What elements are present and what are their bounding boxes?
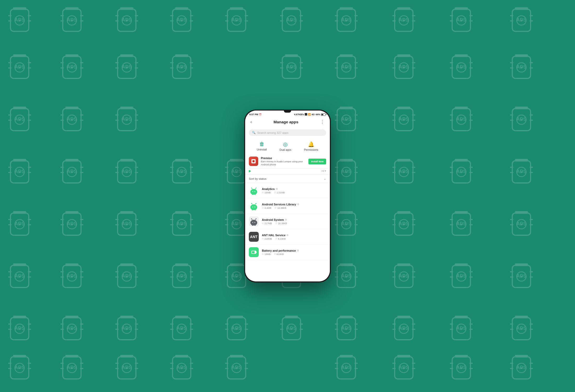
app-size-4: ⊙ 18MB — [262, 253, 271, 256]
svg-text:ADS: ADS — [341, 365, 351, 370]
app-info-3: ANT HAL Service ⚙ ⊙ 218MB ⏱ 8.19KB — [262, 234, 326, 240]
app-icon-4 — [249, 247, 259, 257]
svg-text:ADS: ADS — [516, 326, 526, 331]
svg-point-443 — [181, 276, 182, 277]
svg-rect-381 — [340, 211, 353, 214]
storage-icon-3: ⊙ — [262, 238, 264, 240]
svg-point-505 — [15, 324, 24, 333]
svg-point-506 — [19, 328, 20, 330]
sort-label: Sort by status — [249, 177, 266, 180]
svg-rect-36 — [227, 9, 246, 31]
svg-rect-715 — [255, 224, 256, 226]
svg-point-47 — [291, 20, 292, 21]
dual-apps-action[interactable]: ◎ Dual apps — [279, 141, 291, 151]
svg-point-424 — [67, 272, 77, 281]
svg-point-245 — [71, 171, 73, 173]
svg-rect-102 — [65, 54, 78, 57]
svg-rect-63 — [395, 9, 413, 31]
svg-point-28 — [177, 16, 186, 25]
svg-point-406 — [517, 220, 526, 229]
more-menu-button[interactable]: ⋮ — [318, 118, 326, 125]
settings-icon-3: ⚙ — [286, 234, 289, 237]
svg-point-658 — [457, 363, 466, 373]
svg-point-379 — [342, 220, 351, 229]
svg-point-532 — [177, 324, 186, 333]
svg-text:ADS: ADS — [516, 17, 526, 22]
back-button[interactable]: ‹ — [249, 119, 254, 125]
svg-rect-0 — [10, 9, 29, 31]
svg-rect-516 — [65, 316, 78, 318]
app-name-0: Analytics — [262, 187, 275, 191]
svg-rect-633 — [230, 355, 243, 358]
svg-point-451 — [232, 272, 241, 281]
app-info-1: Android Services Library ⚙ ⊙ 4.4MB ⏱ 16.… — [262, 203, 326, 209]
svg-rect-489 — [455, 263, 468, 266]
app-info-2: Android System ⚙ ⊙ 217MB ⏱ 16.38KB — [262, 218, 326, 225]
svg-point-262 — [177, 167, 186, 177]
list-item[interactable]: Android Services Library ⚙ ⊙ 4.4MB ⏱ 16.… — [245, 198, 330, 214]
svg-point-667 — [517, 363, 526, 373]
svg-text:ADS: ADS — [15, 365, 25, 370]
svg-point-587 — [521, 328, 522, 330]
uninstall-action[interactable]: 🗑 Uninstall — [257, 141, 267, 151]
svg-rect-498 — [515, 263, 528, 266]
svg-point-317 — [521, 171, 522, 173]
svg-point-681 — [255, 191, 255, 192]
svg-point-568 — [399, 324, 409, 333]
app-name-4: Battery and performance — [262, 249, 296, 252]
svg-rect-210 — [397, 107, 410, 109]
svg-point-524 — [126, 328, 128, 330]
svg-point-208 — [399, 115, 409, 124]
sort-bar[interactable]: Sort by status ⌄ — [245, 175, 330, 183]
search-input[interactable]: Search among 327 apps — [257, 131, 289, 134]
svg-rect-333 — [63, 213, 81, 235]
permissions-icon: 🔔 — [308, 141, 314, 147]
battery-percent: 44% — [315, 113, 320, 116]
app-cache-4: ⏱ 610KB — [274, 253, 284, 256]
svg-text:ADS: ADS — [341, 64, 351, 70]
svg-text:ADS: ADS — [67, 169, 77, 174]
svg-rect-54 — [337, 9, 355, 31]
svg-point-200 — [346, 119, 347, 120]
uninstall-icon: 🗑 — [259, 141, 264, 147]
list-item[interactable]: Battery and performance ⚙ ⊙ 18MB ⏱ 610KB — [245, 245, 330, 260]
search-box[interactable]: 🔍 Search among 327 apps — [249, 129, 326, 136]
install-now-button[interactable]: Install Now — [308, 159, 326, 164]
list-item[interactable]: Analytics ⚙ ⊙ 16MB ⏱ 1.01MB — [245, 183, 330, 198]
svg-rect-12 — [65, 7, 78, 10]
svg-point-272 — [236, 171, 237, 173]
svg-point-605 — [71, 367, 73, 369]
permissions-action[interactable]: 🔔 Permissions — [304, 141, 318, 151]
svg-text:ADS: ADS — [67, 365, 77, 370]
storage-icon-4: ⊙ — [262, 253, 264, 255]
svg-point-380 — [346, 223, 347, 225]
svg-text:ADS: ADS — [177, 221, 187, 226]
ad-app-icon — [249, 157, 258, 166]
list-item[interactable]: Android System ⚙ ⊙ 217MB ⏱ 16.38KB — [245, 214, 330, 229]
svg-point-415 — [15, 272, 24, 281]
list-item[interactable]: ANT ANT HAL Service ⚙ ⊙ 218MB ⏱ 8.19KB — [245, 229, 330, 245]
svg-rect-66 — [397, 7, 410, 10]
svg-point-136 — [342, 63, 351, 72]
svg-rect-291 — [340, 159, 353, 162]
svg-text:ADS: ADS — [122, 117, 132, 122]
svg-point-595 — [15, 363, 24, 373]
svg-rect-45 — [282, 9, 301, 31]
svg-rect-525 — [120, 316, 133, 318]
svg-rect-570 — [397, 316, 410, 318]
app-list: Analytics ⚙ ⊙ 16MB ⏱ 1.01MB — [245, 183, 330, 281]
status-left: 9:57 PM ⏰ — [249, 113, 262, 116]
app-icon-0 — [249, 186, 259, 195]
svg-rect-679 — [251, 191, 257, 194]
svg-point-569 — [403, 328, 405, 330]
svg-point-344 — [126, 223, 128, 225]
svg-rect-39 — [230, 7, 243, 10]
svg-text:ADS: ADS — [232, 326, 242, 331]
svg-text:ADS: ADS — [456, 17, 466, 22]
storage-icon-2: ⊙ — [262, 222, 264, 224]
svg-text:ADS: ADS — [516, 117, 526, 122]
svg-rect-408 — [515, 211, 528, 214]
svg-point-514 — [67, 324, 77, 333]
svg-rect-117 — [172, 56, 191, 78]
svg-text:ADS: ADS — [15, 169, 25, 174]
